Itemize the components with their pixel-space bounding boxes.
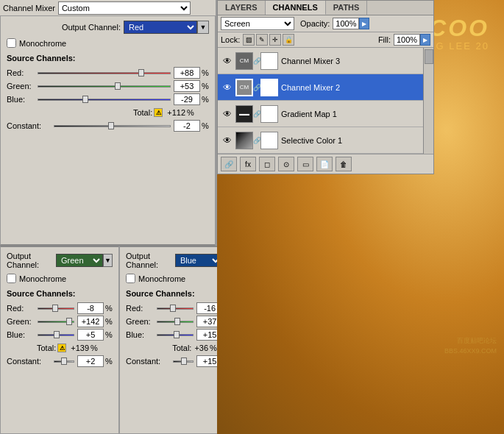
- green-constant-slider[interactable]: [54, 355, 74, 367]
- blend-mode-select[interactable]: Screen: [221, 17, 294, 30]
- green-constant-label: Constant:: [7, 357, 51, 366]
- green-red-slider[interactable]: [38, 302, 74, 314]
- monochrome-checkbox-green[interactable]: [7, 274, 16, 283]
- layer-item-1[interactable]: 👁 CM 🔗 Channel Mixer 2: [218, 74, 433, 101]
- monochrome-label-blue: Monochrome: [138, 274, 185, 283]
- red-green-value[interactable]: [174, 80, 200, 92]
- output-channel-label-green: Output Channel:: [7, 252, 53, 269]
- channel-mixer-label: Channel Mixer: [3, 4, 55, 13]
- blue-red-thumb[interactable]: [170, 305, 176, 312]
- blue-blue-label: Blue:: [126, 330, 154, 339]
- lock-paint-btn[interactable]: ✎: [256, 34, 268, 46]
- eye-icon-1[interactable]: 👁: [223, 82, 232, 93]
- layer-eye-2[interactable]: 👁: [221, 107, 234, 121]
- blue-green-slider[interactable]: [157, 316, 194, 327]
- output-channel-select-blue[interactable]: Blue: [175, 254, 222, 267]
- red-blue-slider[interactable]: [38, 93, 171, 105]
- red-red-thumb[interactable]: [138, 69, 144, 77]
- red-red-label: Red:: [7, 68, 35, 77]
- monochrome-checkbox-blue[interactable]: [126, 274, 135, 283]
- tab-paths[interactable]: PATHS: [326, 1, 368, 15]
- blue-red-row: Red: %: [126, 302, 232, 314]
- fx-btn[interactable]: fx: [240, 157, 256, 171]
- monochrome-label-green: Monochrome: [19, 274, 66, 283]
- red-red-slider[interactable]: [38, 67, 171, 79]
- blue-red-slider[interactable]: [157, 302, 194, 314]
- red-red-value[interactable]: [174, 67, 200, 79]
- output-channel-select-red[interactable]: Red: [124, 21, 197, 34]
- layer-name-1: Channel Mixer 2: [281, 83, 430, 92]
- blue-constant-label: Constant:: [126, 357, 170, 366]
- eye-icon-2[interactable]: 👁: [223, 109, 232, 119]
- blue-constant-row: Constant: %: [126, 355, 232, 367]
- layer-thumbs-0: CM 🔗: [235, 52, 278, 70]
- red-warning-icon: ⚠: [154, 108, 163, 117]
- tab-layers[interactable]: LAYERS: [218, 1, 266, 15]
- green-constant-value[interactable]: [77, 355, 104, 367]
- fill-input[interactable]: [394, 34, 420, 46]
- lock-transparent-btn[interactable]: ▨: [243, 34, 255, 46]
- eye-icon-3[interactable]: 👁: [223, 135, 232, 146]
- source-channels-label-red: Source Channels:: [7, 54, 209, 63]
- layer-eye-1[interactable]: 👁: [221, 81, 234, 94]
- delete-layer-btn[interactable]: 🗑: [336, 157, 352, 171]
- output-channel-select-green[interactable]: Green: [56, 254, 103, 267]
- green-red-value[interactable]: [77, 302, 104, 314]
- green-blue-value[interactable]: [77, 329, 104, 341]
- red-constant-slider[interactable]: [54, 120, 171, 132]
- red-blue-value[interactable]: [174, 93, 200, 105]
- red-green-slider[interactable]: [38, 80, 171, 92]
- green-red-thumb[interactable]: [52, 305, 58, 312]
- output-channel-arrow-green[interactable]: ▼: [103, 254, 113, 267]
- opacity-input[interactable]: [333, 18, 359, 29]
- output-channel-arrow-red[interactable]: ▼: [197, 21, 209, 34]
- green-green-value[interactable]: [77, 316, 104, 327]
- red-constant-pct: %: [202, 121, 209, 130]
- red-total-row: Total: ⚠ +112 %: [7, 108, 209, 117]
- blue-blue-row: Blue: %: [126, 329, 232, 341]
- green-constant-thumb[interactable]: [61, 357, 67, 365]
- layer-item-3[interactable]: 👁 🔗 Selective Color 1: [218, 127, 433, 154]
- group-btn[interactable]: ▭: [297, 157, 313, 171]
- blue-blue-thumb[interactable]: [174, 331, 180, 338]
- layers-scrollbar[interactable]: [423, 48, 433, 154]
- layer-eye-0[interactable]: 👁: [221, 54, 234, 68]
- monochrome-checkbox-red[interactable]: [7, 38, 16, 48]
- link-layers-btn[interactable]: 🔗: [221, 157, 237, 171]
- layer-item-2[interactable]: 👁 ▬▬ 🔗 Gradient Map 1: [218, 101, 433, 127]
- red-green-thumb[interactable]: [115, 82, 121, 90]
- source-channels-label-green: Source Channels:: [7, 289, 113, 298]
- green-green-thumb[interactable]: [66, 318, 72, 325]
- preset-select[interactable]: Custom: [58, 1, 191, 15]
- new-layer-btn[interactable]: 📄: [316, 157, 333, 171]
- mask-btn[interactable]: ◻: [259, 157, 275, 171]
- green-green-row: Green: %: [7, 316, 113, 327]
- green-total-label: Total: ⚠: [37, 344, 68, 352]
- green-blue-slider[interactable]: [38, 329, 74, 341]
- green-total-value: +139: [71, 344, 89, 352]
- blue-constant-thumb[interactable]: [181, 357, 187, 365]
- tab-channels[interactable]: CHANNELS: [266, 1, 326, 15]
- red-blue-thumb[interactable]: [82, 96, 88, 103]
- lock-position-btn[interactable]: ✛: [269, 34, 281, 46]
- layers-toolbar: 🔗 fx ◻ ⊙ ▭ 📄 🗑: [218, 154, 433, 174]
- opacity-arrow[interactable]: ▶: [359, 18, 369, 29]
- layer-eye-3[interactable]: 👁: [221, 134, 234, 147]
- red-total-value: +112: [167, 108, 185, 117]
- blue-constant-slider[interactable]: [173, 355, 194, 367]
- red-total-pct: %: [187, 108, 194, 117]
- red-constant-thumb[interactable]: [108, 122, 114, 129]
- watermark-text3: 百度贴吧论坛: [457, 336, 497, 346]
- green-green-slider[interactable]: [38, 316, 74, 327]
- blue-blue-slider[interactable]: [157, 329, 194, 341]
- green-blue-thumb[interactable]: [54, 331, 60, 338]
- lock-icons: ▨ ✎ ✛ 🔒: [243, 34, 294, 46]
- blue-green-thumb[interactable]: [174, 318, 180, 325]
- lock-all-btn[interactable]: 🔒: [283, 34, 294, 46]
- red-constant-value[interactable]: [174, 120, 200, 132]
- eye-icon-0[interactable]: 👁: [223, 56, 232, 66]
- layer-item-0[interactable]: 👁 CM 🔗 Channel Mixer 3: [218, 48, 433, 74]
- scrollbar-thumb[interactable]: [425, 49, 433, 64]
- adjustment-btn[interactable]: ⊙: [278, 157, 294, 171]
- fill-arrow[interactable]: ▶: [420, 34, 430, 46]
